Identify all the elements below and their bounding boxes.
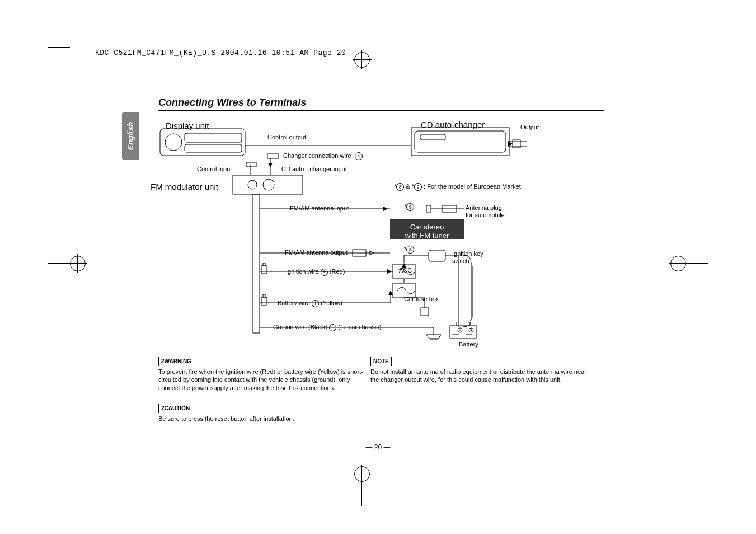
warning-text: To prevent fire when the ignition wire (… bbox=[158, 368, 363, 391]
antenna-plug-l1: Antenna plug bbox=[466, 204, 502, 211]
svg-rect-45 bbox=[450, 326, 477, 338]
svg-rect-5 bbox=[415, 131, 506, 152]
language-tab: English bbox=[122, 112, 139, 160]
svg-rect-26 bbox=[263, 263, 265, 266]
registration-mark bbox=[70, 256, 86, 271]
euro-ref1: 8 bbox=[396, 183, 404, 191]
svg-point-1 bbox=[165, 134, 182, 151]
svg-point-48 bbox=[458, 328, 462, 332]
svg-rect-29 bbox=[263, 294, 265, 297]
output-label: Output bbox=[520, 124, 539, 131]
fm-modulator-label: FM modulator unit bbox=[151, 182, 218, 191]
cd-input-label: CD auto - changer input bbox=[281, 166, 347, 173]
registration-mark bbox=[354, 52, 370, 68]
svg-rect-23 bbox=[353, 250, 366, 256]
battery-label: Battery bbox=[459, 341, 478, 348]
svg-rect-2 bbox=[185, 133, 242, 142]
battery-wire-suffix: (Yellow) bbox=[319, 299, 342, 306]
page-title: Connecting Wires to Terminals bbox=[158, 97, 306, 109]
wiring-diagram bbox=[0, 0, 756, 534]
svg-rect-28 bbox=[261, 297, 267, 305]
svg-rect-7 bbox=[513, 140, 520, 148]
caution-text: Be sure to press the reset button after … bbox=[158, 415, 294, 422]
changer-conn-text: Changer connection wire bbox=[283, 152, 351, 159]
svg-rect-3 bbox=[185, 144, 242, 152]
control-output-label: Control output bbox=[267, 134, 306, 141]
crop-mark bbox=[48, 47, 70, 48]
fm-antenna-out-label: FM/AM antenna output bbox=[285, 249, 348, 256]
ignition-wire-text: Ignition wire bbox=[286, 268, 319, 275]
car-stereo-l2: with FM tuner bbox=[405, 231, 449, 240]
control-input-label: Control input bbox=[197, 166, 232, 173]
car-stereo-l1: Car stereo bbox=[410, 223, 444, 231]
warning-tag: 2WARNING bbox=[158, 357, 194, 366]
ref-8-num: 8 bbox=[406, 246, 414, 254]
registration-mark bbox=[670, 256, 686, 271]
changer-conn-ref: 4 bbox=[355, 152, 363, 160]
car-stereo-label: Car stereo with FM tuner bbox=[396, 223, 458, 240]
note-tag: NOTE bbox=[370, 357, 392, 366]
svg-point-11 bbox=[248, 180, 257, 189]
ground-wire-suffix: (To car chassis) bbox=[336, 324, 381, 330]
ground-wire-label: Ground wire (Black) − (To car chassis) bbox=[273, 324, 381, 331]
plus-icon: + bbox=[321, 269, 328, 276]
note-section: NOTE Do not install an antenna of radio … bbox=[370, 357, 594, 384]
page-number: — 20 — bbox=[0, 443, 756, 451]
crop-mark bbox=[48, 263, 70, 264]
language-tab-label: English bbox=[126, 122, 135, 151]
ignition-key-label: Ignition key switch bbox=[452, 250, 483, 264]
svg-rect-20 bbox=[426, 205, 431, 212]
euro-market-note: *8 & *9 : For the model of European Mark… bbox=[394, 183, 523, 191]
svg-rect-25 bbox=[261, 266, 267, 274]
euro-ref2: 9 bbox=[414, 183, 422, 191]
caution-tag: 2CAUTION bbox=[158, 404, 192, 413]
print-header: KDC-C521FM_C471FM_(KE)_U.S 2004.01.16 10… bbox=[95, 49, 346, 57]
svg-rect-6 bbox=[420, 134, 445, 140]
svg-point-12 bbox=[263, 179, 274, 190]
ref-9: *9 bbox=[404, 203, 414, 211]
battery-wire-text: Battery wire bbox=[278, 299, 310, 306]
changer-conn-label: Changer connection wire 4 bbox=[283, 152, 363, 160]
antenna-plug-l2: for automobile bbox=[466, 212, 505, 218]
acc-label: ACC bbox=[399, 267, 412, 274]
fm-antenna-in-label: FM/AM antenna input bbox=[290, 205, 349, 212]
plus-icon: + bbox=[312, 300, 319, 307]
svg-rect-53 bbox=[421, 308, 429, 316]
battery-wire-label: Battery wire + (Yellow) bbox=[278, 299, 342, 307]
display-unit-label: Display unit bbox=[166, 121, 209, 130]
ref-9-num: 9 bbox=[406, 203, 414, 211]
car-fuse-label: Car fuse box bbox=[404, 296, 439, 303]
svg-rect-4 bbox=[411, 128, 509, 156]
ignition-wire-suffix: (Red) bbox=[328, 268, 345, 275]
svg-rect-32 bbox=[429, 250, 445, 261]
title-underline bbox=[158, 110, 604, 111]
svg-rect-17 bbox=[246, 162, 256, 167]
crop-mark bbox=[686, 263, 708, 264]
warning-section: 2WARNING To prevent fire when the igniti… bbox=[158, 357, 365, 392]
ground-wire-text: Ground wire (Black) bbox=[273, 324, 327, 330]
crop-mark bbox=[642, 28, 642, 50]
euro-mid: & * bbox=[404, 183, 414, 190]
euro-suffix: : For the model of European Market. bbox=[422, 183, 523, 190]
ignition-key-l2: switch bbox=[452, 257, 469, 264]
crop-mark bbox=[83, 28, 83, 50]
svg-point-50 bbox=[469, 328, 473, 332]
ignition-wire-label: Ignition wire + (Red) bbox=[286, 268, 345, 276]
svg-rect-0 bbox=[160, 129, 245, 156]
crop-mark bbox=[361, 484, 362, 506]
ignition-key-l1: Ignition key bbox=[452, 250, 483, 257]
svg-rect-10 bbox=[233, 175, 303, 194]
antenna-plug-label: Antenna plug for automobile bbox=[466, 204, 505, 218]
svg-rect-13 bbox=[253, 194, 260, 333]
minus-icon: − bbox=[329, 324, 336, 331]
ref-8: *8 bbox=[404, 246, 414, 254]
caution-section: 2CAUTION Be sure to press the reset butt… bbox=[158, 404, 365, 423]
cd-changer-label: CD auto-changer bbox=[421, 120, 485, 129]
note-text: Do not install an antenna of radio equip… bbox=[370, 368, 586, 383]
registration-mark bbox=[354, 466, 370, 482]
svg-rect-21 bbox=[442, 205, 457, 212]
